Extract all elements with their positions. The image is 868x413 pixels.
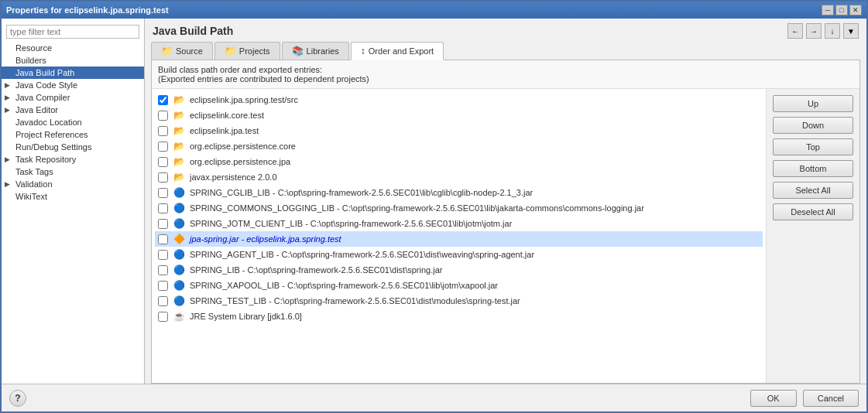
item-checkbox[interactable] — [158, 312, 168, 322]
sidebar-item-resource[interactable]: Resource — [2, 42, 144, 54]
item-text: SPRING_LIB - C:\opt\spring-framework-2.5… — [190, 265, 442, 275]
item-text: SPRING_JOTM_CLIENT_LIB - C:\opt\spring-f… — [190, 219, 512, 228]
sidebar: Resource Builders Java Build Path ▶ Java… — [2, 19, 145, 384]
sidebar-item-builders[interactable]: Builders — [2, 54, 144, 67]
item-text: eclipselink.jpa.spring.test/src — [190, 95, 298, 104]
folder-icon: 📂 — [173, 94, 185, 106]
folder-icon: 📂 — [173, 155, 185, 168]
forward-button[interactable]: → — [806, 23, 822, 39]
sidebar-item-label: Validation — [15, 179, 53, 189]
item-checkbox[interactable] — [158, 142, 168, 152]
list-item[interactable]: 🔵 SPRING_TEST_LIB - C:\opt\spring-framew… — [155, 293, 763, 309]
item-checkbox[interactable] — [158, 203, 168, 213]
list-item[interactable]: 📂 org.eclipse.persistence.core — [155, 138, 763, 154]
menu-button[interactable]: ▼ — [843, 23, 859, 39]
projects-tab-icon: 📁 — [225, 46, 236, 56]
list-item[interactable]: 🔵 SPRING_XAPOOL_LIB - C:\opt\spring-fram… — [155, 278, 763, 293]
sidebar-item-project-references[interactable]: Project References — [2, 128, 144, 141]
list-item[interactable]: 📂 javax.persistence 2.0.0 — [155, 169, 763, 185]
item-checkbox[interactable] — [158, 188, 168, 198]
cancel-button[interactable]: Cancel — [803, 390, 859, 407]
item-checkbox[interactable] — [158, 219, 168, 229]
sidebar-item-label: Resource — [15, 43, 52, 53]
tab-order-and-export[interactable]: ↕ Order and Export — [351, 42, 444, 60]
sidebar-item-java-editor[interactable]: ▶ Java Editor — [2, 104, 144, 116]
tab-projects[interactable]: 📁 Projects — [214, 42, 280, 60]
list-item[interactable]: 🔵 SPRING_LIB - C:\opt\spring-framework-2… — [155, 262, 763, 278]
sidebar-item-validation[interactable]: ▶ Validation — [2, 178, 144, 190]
list-item[interactable]: ☕ JRE System Library [jdk1.6.0] — [155, 309, 763, 324]
close-button[interactable]: ✕ — [849, 5, 862, 15]
down-button[interactable]: Down — [773, 117, 853, 134]
list-item[interactable]: 🔶 jpa-spring.jar - eclipselink.jpa.sprin… — [155, 231, 763, 247]
sidebar-item-task-tags[interactable]: Task Tags — [2, 166, 144, 178]
item-checkbox[interactable] — [158, 250, 168, 260]
item-checkbox[interactable] — [158, 281, 168, 291]
list-item[interactable]: 📂 eclipselink.jpa.test — [155, 123, 763, 138]
list-item[interactable]: 📂 eclipselink.jpa.spring.test/src — [155, 92, 763, 108]
tab-source[interactable]: 📁 Source — [151, 42, 213, 60]
item-checkbox[interactable] — [158, 265, 168, 275]
back-button[interactable]: ← — [787, 23, 803, 39]
list-item[interactable]: 🔵 SPRING_CGLIB_LIB - C:\opt\spring-frame… — [155, 185, 763, 200]
jre-icon: ☕ — [173, 310, 185, 323]
help-button[interactable]: ? — [9, 390, 26, 407]
navigation-toolbar: ← → ↓ ▼ — [787, 23, 859, 39]
tab-label: Order and Export — [369, 46, 434, 56]
top-button[interactable]: Top — [773, 138, 853, 155]
expand-arrow-icon: ▶ — [5, 180, 12, 188]
bottom-button[interactable]: Bottom — [773, 160, 853, 177]
item-checkbox[interactable] — [158, 296, 168, 306]
list-item[interactable]: 🔵 SPRING_COMMONS_LOGGING_LIB - C:\opt\sp… — [155, 200, 763, 216]
folder-icon: 📂 — [173, 109, 185, 121]
up-button[interactable]: Up — [773, 95, 853, 112]
item-checkbox[interactable] — [158, 234, 168, 244]
jar-icon: 🔵 — [173, 186, 185, 199]
main-area: Java Build Path ← → ↓ ▼ 📁 Source 📁 Proje… — [145, 19, 866, 384]
sidebar-item-wikitext[interactable]: WikiText — [2, 190, 144, 203]
select-all-button[interactable]: Select All — [773, 182, 853, 199]
jar-icon: 🔵 — [173, 264, 185, 276]
sidebar-item-run-debug-settings[interactable]: Run/Debug Settings — [2, 141, 144, 153]
item-checkbox[interactable] — [158, 111, 168, 121]
item-checkbox[interactable] — [158, 157, 168, 167]
down-button[interactable]: ↓ — [825, 23, 840, 39]
item-text: org.eclipse.persistence.jpa — [190, 157, 290, 166]
item-text: eclipselink.jpa.test — [190, 126, 259, 135]
sidebar-item-label: Run/Debug Settings — [15, 142, 91, 152]
sidebar-item-java-compiler[interactable]: ▶ Java Compiler — [2, 91, 144, 104]
tabs-row: 📁 Source 📁 Projects 📚 Libraries ↕ Order … — [145, 42, 866, 60]
tab-libraries[interactable]: 📚 Libraries — [282, 42, 349, 60]
item-text: SPRING_XAPOOL_LIB - C:\opt\spring-framew… — [190, 281, 498, 290]
list-item[interactable]: 📂 org.eclipse.persistence.jpa — [155, 154, 763, 169]
list-item[interactable]: 🔵 SPRING_JOTM_CLIENT_LIB - C:\opt\spring… — [155, 216, 763, 231]
panel-header-line1: Build class path order and exported entr… — [158, 65, 853, 74]
footer-left: ? — [9, 390, 26, 407]
sidebar-item-java-build-path[interactable]: Java Build Path — [2, 67, 144, 79]
sidebar-item-task-repository[interactable]: ▶ Task Repository — [2, 153, 144, 166]
sidebar-item-javadoc-location[interactable]: Javadoc Location — [2, 116, 144, 128]
jar-icon: 🔵 — [173, 295, 185, 307]
sidebar-item-label: Java Code Style — [15, 80, 77, 90]
list-item[interactable]: 📂 eclipselink.core.test — [155, 108, 763, 123]
item-checkbox[interactable] — [158, 126, 168, 136]
item-text: JRE System Library [jdk1.6.0] — [190, 312, 302, 321]
jar-icon: 🔵 — [173, 202, 185, 214]
sidebar-item-java-code-style[interactable]: ▶ Java Code Style — [2, 79, 144, 91]
maximize-button[interactable]: □ — [835, 5, 848, 15]
item-checkbox[interactable] — [158, 95, 168, 105]
ok-button[interactable]: OK — [750, 390, 797, 407]
item-checkbox[interactable] — [158, 172, 168, 183]
item-text: javax.persistence 2.0.0 — [190, 172, 277, 182]
minimize-button[interactable]: ─ — [822, 5, 834, 15]
libraries-tab-icon: 📚 — [292, 46, 304, 56]
order-tab-icon: ↕ — [361, 46, 365, 56]
content-area: Resource Builders Java Build Path ▶ Java… — [2, 19, 866, 384]
sidebar-item-label: Java Editor — [15, 105, 58, 114]
list-item[interactable]: 🔵 SPRING_AGENT_LIB - C:\opt\spring-frame… — [155, 247, 763, 262]
folder-icon: 📂 — [173, 125, 185, 137]
expand-arrow-icon: ▶ — [5, 106, 12, 114]
filter-input[interactable] — [6, 25, 139, 39]
folder-icon: 📂 — [173, 140, 185, 152]
deselect-all-button[interactable]: Deselect All — [773, 203, 853, 220]
